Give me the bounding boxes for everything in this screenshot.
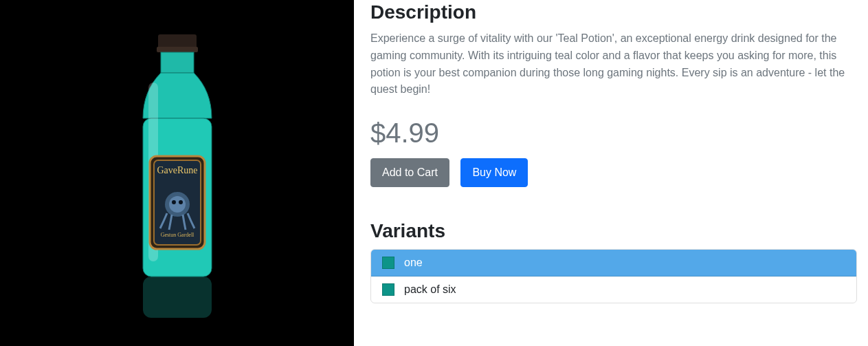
product-details: Description Experience a surge of vitali… bbox=[370, 0, 868, 346]
variant-item-pack-of-six[interactable]: pack of six bbox=[371, 277, 856, 303]
bottle-label-bottom: Gestun Gardell bbox=[160, 232, 194, 238]
variant-swatch bbox=[382, 257, 394, 269]
action-buttons: Add to Cart Buy Now bbox=[370, 158, 857, 187]
product-image-panel: GaveRune Gestun Gardell bbox=[0, 0, 354, 346]
svg-rect-1 bbox=[157, 47, 198, 52]
buy-now-button[interactable]: Buy Now bbox=[460, 158, 528, 187]
variant-item-one[interactable]: one bbox=[371, 250, 856, 277]
variants-list: one pack of six bbox=[370, 249, 857, 303]
product-price: $4.99 bbox=[370, 118, 857, 149]
description-heading: Description bbox=[370, 1, 857, 23]
variant-label: one bbox=[404, 257, 423, 269]
svg-point-8 bbox=[169, 196, 186, 213]
svg-rect-2 bbox=[161, 52, 194, 73]
svg-point-10 bbox=[179, 200, 183, 204]
product-bottle-image: GaveRune Gestun Gardell bbox=[115, 29, 239, 318]
add-to-cart-button[interactable]: Add to Cart bbox=[370, 158, 449, 187]
variant-swatch bbox=[382, 283, 394, 296]
product-page: GaveRune Gestun Gardell Description Expe… bbox=[0, 0, 868, 346]
description-text: Experience a surge of vitality with our … bbox=[370, 30, 857, 98]
variant-label: pack of six bbox=[404, 283, 456, 296]
svg-rect-11 bbox=[143, 277, 212, 318]
variants-heading: Variants bbox=[370, 220, 857, 242]
bottle-label-top: GaveRune bbox=[157, 165, 197, 175]
svg-point-9 bbox=[172, 200, 176, 204]
